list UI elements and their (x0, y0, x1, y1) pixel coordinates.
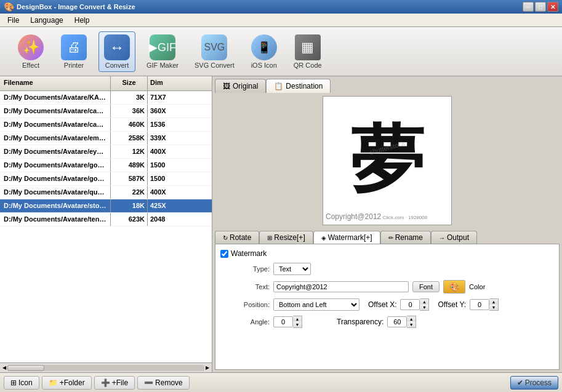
horizontal-scrollbar[interactable]: ◀ ▶ (0, 362, 212, 372)
position-select[interactable]: Bottom and Left Bottom and Right Top and… (273, 298, 359, 311)
gif-label: GIF Maker (147, 62, 179, 69)
offset-y-up[interactable]: ▲ (489, 299, 498, 305)
bottom-toolbar: ⊞ Icon 📁 +Folder ➕ +File ➖ Remove ✔ Proc… (0, 372, 562, 392)
transparency-label: Transparency: (337, 318, 383, 326)
col-header-dim: Dim (148, 76, 185, 90)
color-circle: 🎨 (449, 282, 460, 292)
toolbar-printer[interactable]: 🖨 Printer (55, 32, 92, 71)
tab-resize[interactable]: ⊞ Resize[+] (259, 231, 313, 244)
toolbar-svg[interactable]: SVG SVG Convert (190, 32, 239, 71)
transparency-spinbox: ▲ ▼ (387, 316, 416, 328)
offset-y-input[interactable] (470, 299, 489, 310)
process-check-icon: ✔ (517, 378, 523, 387)
offset-x-up[interactable]: ▲ (420, 299, 428, 305)
folder-button[interactable]: 📁 +Folder (42, 376, 92, 390)
toolbar-convert[interactable]: ↔ Convert (98, 31, 135, 72)
menu-bar: File Language Help (0, 14, 562, 27)
remove-button[interactable]: ➖ Remove (137, 376, 190, 390)
type-select[interactable]: Text Image (273, 263, 311, 275)
destination-tab-icon: 📋 (274, 82, 283, 90)
transparency-arrows: ▲ ▼ (407, 316, 416, 328)
offset-x-arrows: ▲ ▼ (420, 298, 429, 311)
toolbar-qr[interactable]: ▦ QR Code (289, 32, 327, 71)
icon-button[interactable]: ⊞ Icon (4, 376, 39, 390)
angle-row: Angle: ▲ ▼ Transparency: ▲ ▼ (220, 316, 554, 328)
toolbar-ios[interactable]: 📱 iOS Icon (246, 32, 283, 71)
close-button[interactable]: ✕ (547, 2, 558, 12)
menu-file[interactable]: File (2, 15, 24, 26)
type-row: Type: Text Image (220, 263, 554, 275)
tab-rotate[interactable]: ↻ Rotate (215, 231, 259, 244)
transparency-input[interactable] (387, 316, 407, 327)
preview-character: 夢 (350, 124, 424, 198)
position-label: Position: (220, 301, 270, 308)
tab-destination[interactable]: 📋 Destination (266, 79, 331, 93)
watermark-checkbox[interactable] (220, 250, 228, 258)
preview-tabs: 🖼 Original 📋 Destination (212, 76, 562, 93)
angle-label: Angle: (220, 318, 270, 326)
menu-language[interactable]: Language (25, 15, 68, 26)
angle-spinbox: ▲ ▼ (273, 316, 302, 328)
transparency-down[interactable]: ▼ (407, 322, 415, 327)
table-row[interactable]: D:/My Documents/Avatare/tenisi.j... 623K… (0, 213, 212, 226)
tab-output[interactable]: → Output (431, 231, 477, 244)
scroll-track[interactable] (7, 365, 204, 371)
toolbar-gif[interactable]: ▶GIF GIF Maker (142, 32, 183, 71)
convert-icon: ↔ (104, 34, 130, 60)
offset-x-down[interactable]: ▼ (420, 305, 428, 310)
svg-label: SVG Convert (195, 62, 235, 69)
effect-icon: ✨ (18, 34, 44, 60)
col-header-filename: Filename (0, 76, 111, 90)
tab-original[interactable]: 🖼 Original (215, 79, 266, 93)
table-row[interactable]: D:/My Documents/Avatare/KAK.jpg 3K 71X7 (0, 91, 212, 105)
offset-y-down[interactable]: ▼ (489, 305, 498, 310)
angle-input[interactable] (273, 316, 293, 327)
offset-x-input[interactable] (400, 299, 420, 310)
tab-rename[interactable]: ✏ Rename (380, 231, 431, 244)
color-button[interactable]: 🎨 (443, 280, 465, 294)
svg-icon: SVG (201, 34, 227, 60)
scroll-right-arrow[interactable]: ▶ (204, 365, 211, 370)
scroll-left-arrow[interactable]: ◀ (1, 365, 7, 370)
angle-down[interactable]: ▼ (293, 322, 302, 327)
table-row[interactable]: D:/My Documents/Avatare/questi... 22K 40… (0, 186, 212, 199)
table-row[interactable]: D:/My Documents/Avatare/emera... 258K 33… (0, 132, 212, 145)
angle-up[interactable]: ▲ (293, 316, 302, 322)
font-button[interactable]: Font (412, 281, 440, 292)
original-tab-icon: 🖼 (223, 82, 230, 90)
offset-y-label: Offset Y: (438, 300, 466, 309)
window-controls: ─ □ ✕ (523, 2, 558, 12)
offset-y-arrows: ▲ ▼ (489, 298, 499, 311)
process-button[interactable]: ✔ Process (510, 376, 558, 390)
title-bar: 🎨 DesignBox - Image Convert & Resize ─ □… (0, 0, 562, 14)
table-row[interactable]: D:/My Documents/Avatare/canavi... 460K 1… (0, 118, 212, 132)
file-panel: Filename Size Dim D:/My Documents/Avatar… (0, 76, 212, 372)
tab-watermark[interactable]: ◈ Watermark[+] (313, 231, 380, 244)
file-icon: ➕ (101, 378, 110, 387)
table-row[interactable]: D:/My Documents/Avatare/god-pr... 587K 1… (0, 172, 212, 186)
sub-tabs: ↻ Rotate ⊞ Resize[+] ◈ Watermark[+] ✏ Re… (212, 228, 562, 244)
file-button[interactable]: ➕ +File (94, 376, 135, 390)
effect-label: Effect (22, 62, 39, 69)
convert-label: Convert (105, 62, 129, 69)
table-row[interactable]: D:/My Documents/Avatare/eye_of... 12K 40… (0, 145, 212, 159)
table-row[interactable]: D:/My Documents/Avatare/god-pr... 489K 1… (0, 159, 212, 172)
scroll-thumb[interactable] (7, 365, 44, 371)
position-row: Position: Bottom and Left Bottom and Rig… (220, 298, 554, 311)
transparency-up[interactable]: ▲ (407, 316, 415, 322)
printer-icon: 🖨 (61, 34, 87, 60)
resize-icon: ⊞ (267, 234, 272, 241)
qr-label: QR Code (294, 62, 322, 69)
menu-help[interactable]: Help (70, 15, 95, 26)
ios-label: iOS Icon (251, 62, 277, 69)
maximize-button[interactable]: □ (535, 2, 546, 12)
text-input[interactable] (273, 281, 409, 292)
angle-arrows: ▲ ▼ (293, 316, 302, 328)
minimize-button[interactable]: ─ (523, 2, 534, 12)
toolbar-effect[interactable]: ✨ Effect (12, 32, 49, 71)
color-label: Color (469, 283, 485, 290)
table-row[interactable]: D:/My Documents/Avatare/cadc... 36K 360X (0, 105, 212, 118)
table-row-selected[interactable]: D:/My Documents/Avatare/stock-... 18K 42… (0, 199, 212, 213)
rotate-icon: ↻ (223, 234, 228, 241)
app-title: DesignBox - Image Convert & Resize (17, 3, 135, 10)
